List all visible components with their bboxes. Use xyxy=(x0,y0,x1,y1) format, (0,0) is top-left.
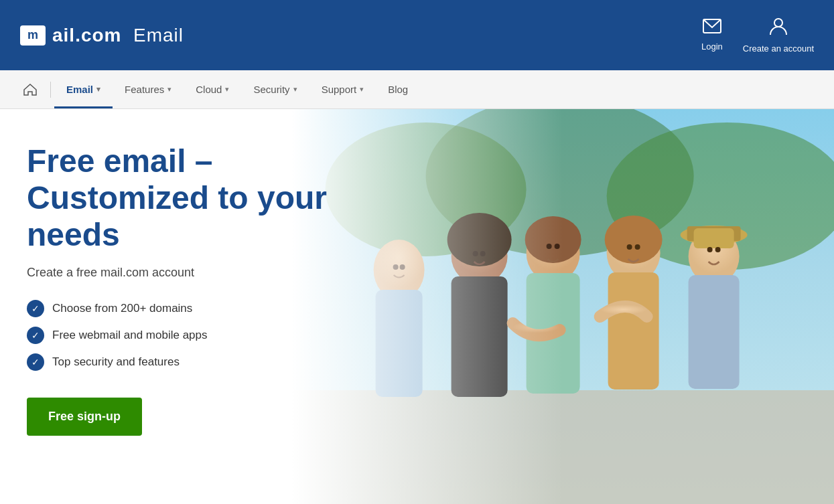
nav-item-email[interactable]: Email ▾ xyxy=(54,70,113,108)
nav-features-chevron: ▾ xyxy=(167,85,171,94)
free-signup-button[interactable]: Free sign-up xyxy=(27,398,142,436)
logo-m-box: m xyxy=(20,25,46,46)
account-icon xyxy=(770,17,787,39)
nav-support-chevron: ▾ xyxy=(360,85,364,94)
nav-item-cloud[interactable]: Cloud ▾ xyxy=(184,70,241,108)
header-actions: Login Create an account xyxy=(701,17,814,54)
nav-item-security[interactable]: Security ▾ xyxy=(241,70,309,108)
feature-label-2: Free webmail and mobile apps xyxy=(52,329,208,342)
nav-features-label: Features xyxy=(125,84,164,95)
nav-blog-label: Blog xyxy=(388,84,408,95)
main-nav: Email ▾ Features ▾ Cloud ▾ Security ▾ Su… xyxy=(0,70,834,109)
feature-label-1: Choose from 200+ domains xyxy=(52,302,192,315)
logo-product: Email xyxy=(133,25,184,46)
hero-title: Free email –Customized to yourneeds xyxy=(27,143,391,254)
nav-item-blog[interactable]: Blog xyxy=(376,70,420,108)
feature-item-3: ✓ Top security and features xyxy=(27,353,391,371)
hero-subtitle: Create a free mail.com account xyxy=(27,266,391,280)
feature-label-3: Top security and features xyxy=(52,355,180,369)
nav-home-button[interactable] xyxy=(13,70,47,108)
feature-item-1: ✓ Choose from 200+ domains xyxy=(27,300,391,317)
login-button[interactable]: Login xyxy=(701,19,723,52)
feature-item-2: ✓ Free webmail and mobile apps xyxy=(27,327,391,344)
check-icon-1: ✓ xyxy=(27,300,44,317)
svg-point-1 xyxy=(774,19,782,27)
check-icon-3: ✓ xyxy=(27,353,44,371)
hero-content: Free email –Customized to yourneeds Crea… xyxy=(0,109,417,504)
logo-text: ail.com Email xyxy=(52,25,184,46)
nav-item-support[interactable]: Support ▾ xyxy=(309,70,376,108)
check-icon-2: ✓ xyxy=(27,327,44,344)
login-label: Login xyxy=(701,41,723,52)
nav-email-label: Email xyxy=(66,84,93,95)
logo-name: ail.com xyxy=(52,25,121,46)
nav-cloud-label: Cloud xyxy=(196,84,222,95)
login-icon xyxy=(703,19,721,37)
nav-email-chevron: ▾ xyxy=(96,85,100,94)
nav-security-chevron: ▾ xyxy=(293,85,297,94)
nav-security-label: Security xyxy=(253,84,289,95)
site-header: m ail.com Email Login Create an xyxy=(0,0,834,70)
nav-divider xyxy=(50,82,51,98)
logo-area: m ail.com Email xyxy=(20,25,184,46)
create-account-label: Create an account xyxy=(743,44,814,54)
logo-m: m xyxy=(27,28,38,42)
nav-item-features[interactable]: Features ▾ xyxy=(113,70,184,108)
nav-support-label: Support xyxy=(322,84,357,95)
create-account-button[interactable]: Create an account xyxy=(743,17,814,54)
hero-section: Free email –Customized to yourneeds Crea… xyxy=(0,109,834,504)
hero-features-list: ✓ Choose from 200+ domains ✓ Free webmai… xyxy=(27,300,391,371)
nav-cloud-chevron: ▾ xyxy=(225,85,229,94)
